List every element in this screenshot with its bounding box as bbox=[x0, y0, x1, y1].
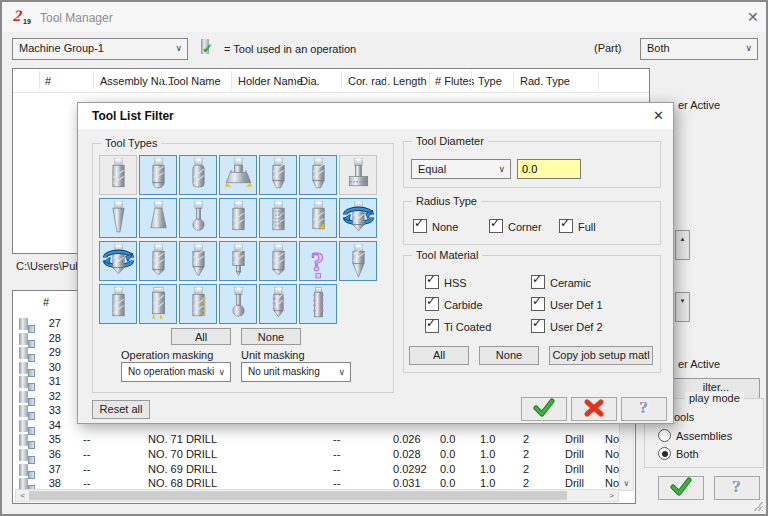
material-none-button[interactable]: None bbox=[479, 346, 539, 365]
svg-text:?: ? bbox=[311, 247, 324, 277]
cell-name: NO. 69 DRILL bbox=[148, 463, 217, 475]
filter-active-bottom-label: er Active bbox=[678, 358, 720, 370]
column-header-type[interactable]: Type bbox=[478, 75, 502, 87]
cell-len: 1.0 bbox=[480, 463, 495, 475]
partial-right-button-1[interactable]: ▴ bbox=[675, 230, 690, 260]
shell-mill-icon[interactable] bbox=[139, 284, 177, 324]
row-number: 33 bbox=[37, 404, 61, 416]
tooltypes-all-button[interactable]: All bbox=[171, 328, 231, 345]
column-header-length[interactable]: Length bbox=[393, 75, 427, 87]
undefined-tool-icon[interactable]: ? bbox=[299, 241, 337, 281]
both-radio[interactable]: Both bbox=[658, 447, 699, 460]
countersink-icon[interactable] bbox=[259, 241, 297, 281]
reset-all-button[interactable]: Reset all bbox=[92, 400, 150, 419]
radius-corner-checkbox[interactable]: ✓Corner bbox=[489, 219, 542, 233]
slot-mill-icon[interactable] bbox=[339, 155, 377, 195]
dialog-cancel-button[interactable] bbox=[571, 397, 617, 421]
rad-mill-icon[interactable] bbox=[259, 155, 297, 195]
dove-mill-icon[interactable] bbox=[139, 198, 177, 238]
row-number: 34 bbox=[37, 419, 61, 431]
cell-dia: 0.0292 bbox=[393, 463, 427, 475]
mini-tool-icon bbox=[19, 362, 28, 374]
column-header-dia-[interactable]: Dia. bbox=[300, 75, 320, 87]
hscroll-thumb[interactable] bbox=[29, 491, 567, 500]
column-header-tool-name[interactable]: Tool Name bbox=[168, 75, 221, 87]
tap-icon[interactable] bbox=[259, 284, 297, 324]
face-mill-icon[interactable] bbox=[219, 155, 257, 195]
mini-tool-icon bbox=[19, 376, 28, 388]
diameter-operator-combobox[interactable]: Equal ∨ bbox=[411, 159, 511, 179]
machine-group-combobox[interactable]: Machine Group-1 ∨ bbox=[12, 38, 188, 60]
lollipop-2-icon[interactable] bbox=[219, 284, 257, 324]
tools-radio-label[interactable]: ools bbox=[674, 411, 694, 423]
tooltypes-none-button[interactable]: None bbox=[241, 328, 301, 345]
material-ticoated-checkbox[interactable]: ✓Ti Coated bbox=[425, 319, 491, 333]
sphere-endmill-icon[interactable] bbox=[139, 155, 177, 195]
scroll-right-icon[interactable]: > bbox=[606, 490, 617, 501]
assemblies-radio[interactable]: Assemblies bbox=[658, 429, 732, 442]
row-number: 37 bbox=[37, 463, 61, 475]
endmill-icon[interactable] bbox=[99, 284, 137, 324]
header-separator bbox=[429, 71, 430, 89]
reamer-icon[interactable] bbox=[259, 198, 297, 238]
chevron-down-icon: ∨ bbox=[498, 164, 505, 174]
thread-tap-icon[interactable] bbox=[299, 284, 337, 324]
window-close-icon[interactable]: ✕ bbox=[747, 9, 759, 25]
tool-list-filter-dialog: Tool List Filter ✕ Tool Types ? All None… bbox=[77, 102, 674, 424]
thread-mill-icon[interactable] bbox=[179, 284, 217, 324]
header-separator bbox=[39, 71, 40, 89]
column-header-assembly-na-[interactable]: Assembly Na... bbox=[100, 75, 174, 87]
lollipop-mill-icon[interactable] bbox=[179, 198, 217, 238]
material-ceramic-checkbox[interactable]: ✓Ceramic bbox=[531, 275, 591, 289]
scroll-down-icon[interactable]: ∨ bbox=[620, 478, 633, 489]
copy-job-setup-matl-button[interactable]: Copy job setup matl bbox=[549, 346, 653, 365]
row-number: 38 bbox=[37, 477, 61, 489]
radius-none-checkbox[interactable]: ✓None bbox=[413, 219, 458, 233]
column-header-cor-rad-[interactable]: Cor. rad. bbox=[348, 75, 390, 87]
material-userdef2-checkbox[interactable]: ✓User Def 2 bbox=[531, 319, 603, 333]
material-hss-checkbox[interactable]: ✓HSS bbox=[425, 275, 467, 289]
partial-right-button-2[interactable]: ▾ bbox=[675, 292, 690, 322]
main-help-button[interactable]: ? bbox=[714, 476, 760, 500]
operation-masking-combobox[interactable]: No operation masking ∨ bbox=[121, 362, 231, 382]
material-userdef1-checkbox[interactable]: ✓User Def 1 bbox=[531, 297, 603, 311]
operation-masking-label: Operation masking bbox=[121, 349, 213, 361]
dialog-ok-button[interactable] bbox=[521, 397, 567, 421]
mini-tool-icon bbox=[19, 420, 28, 432]
flat-endmill-icon[interactable] bbox=[99, 155, 137, 195]
scroll-left-icon[interactable]: < bbox=[17, 490, 28, 501]
column-header--flutes[interactable]: # Flutes bbox=[435, 75, 474, 87]
taper-mill-icon[interactable] bbox=[99, 198, 137, 238]
resize-grip[interactable] bbox=[753, 501, 763, 511]
radius-full-checkbox[interactable]: ✓Full bbox=[559, 219, 596, 233]
pencil-mill-icon[interactable] bbox=[219, 198, 257, 238]
cell-cor: 0.0 bbox=[440, 448, 455, 460]
part-filter-combobox[interactable]: Both ∨ bbox=[640, 38, 758, 60]
chamfer-mill-icon[interactable] bbox=[299, 155, 337, 195]
cell-cor: 0.0 bbox=[440, 433, 455, 445]
library-hscrollbar[interactable]: < > bbox=[15, 489, 619, 502]
drill-icon[interactable] bbox=[179, 241, 217, 281]
dialog-close-icon[interactable]: ✕ bbox=[653, 108, 664, 123]
mini-tool-icon bbox=[19, 449, 28, 461]
column-header--[interactable]: # bbox=[45, 75, 51, 87]
rotary-tool-2-icon[interactable] bbox=[99, 241, 137, 281]
bull-endmill-icon[interactable] bbox=[179, 155, 217, 195]
cell-holder: -- bbox=[333, 448, 340, 460]
cell-type: Drill bbox=[565, 463, 584, 475]
mini-tool-icon bbox=[19, 333, 28, 345]
cell-flutes: 2 bbox=[523, 448, 529, 460]
material-all-button[interactable]: All bbox=[409, 346, 469, 365]
unit-masking-combobox[interactable]: No unit masking ∨ bbox=[241, 362, 351, 382]
center-drill-icon[interactable] bbox=[219, 241, 257, 281]
diameter-value-field[interactable] bbox=[517, 159, 581, 179]
rotary-tool-icon[interactable] bbox=[339, 198, 377, 238]
ok-button[interactable] bbox=[658, 476, 704, 500]
point-drill-icon[interactable] bbox=[339, 241, 377, 281]
spot-drill-icon[interactable] bbox=[139, 241, 177, 281]
cell-len: 1.0 bbox=[480, 448, 495, 460]
dialog-help-button[interactable]: ? bbox=[621, 397, 667, 421]
material-carbide-checkbox[interactable]: ✓Carbide bbox=[425, 297, 483, 311]
column-header-rad-type[interactable]: Rad. Type bbox=[520, 75, 570, 87]
bore-bar-icon[interactable] bbox=[299, 198, 337, 238]
